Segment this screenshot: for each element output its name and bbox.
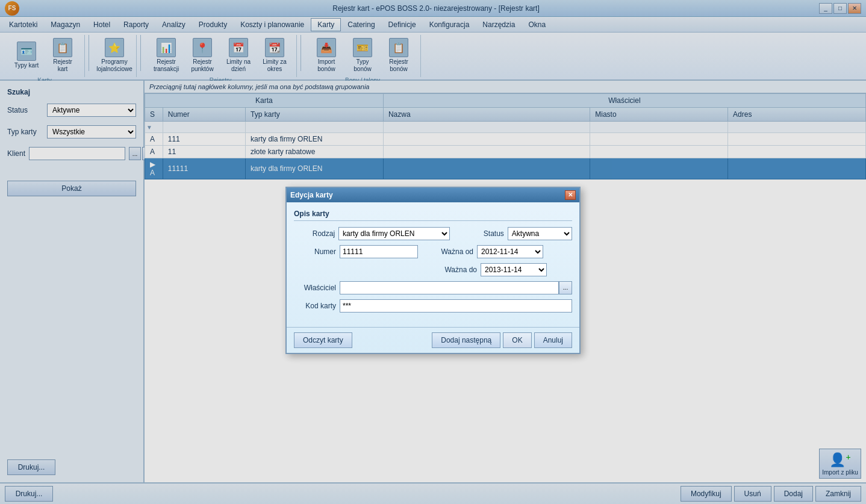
dialog-anuluj-button[interactable]: Anuluj xyxy=(534,332,572,348)
odczyt-karty-button[interactable]: Odczyt karty xyxy=(294,332,352,348)
dialog-wazna-od-select[interactable]: 2012-11-14 xyxy=(477,245,543,258)
dialog-right-buttons: Dodaj następną OK Anuluj xyxy=(432,332,572,348)
dialog-numer-input[interactable] xyxy=(340,245,418,258)
dialog-title: Edycja karty xyxy=(290,191,333,199)
dialog-rodzaj-row: Rodzaj karty dla firmy ORLEN Status Akty… xyxy=(294,227,572,240)
dialog-wlasciciel-input-group: ... xyxy=(340,281,572,294)
dialog-wazna-od-label: Ważna od xyxy=(431,247,473,256)
dialog-kod-karty-input[interactable] xyxy=(340,299,572,313)
dialog-wlasciciel-row: Właściciel ... xyxy=(294,281,572,294)
dialog-kod-karty-label: Kod karty xyxy=(294,302,336,310)
dialog-rodzaj-label: Rodzaj xyxy=(294,229,335,238)
dialog-close-btn[interactable]: ✕ xyxy=(565,190,576,200)
dialog-wazna-do-label: Ważna do xyxy=(435,266,477,274)
edycja-karty-dialog: Edycja karty ✕ Opis karty Rodzaj karty d… xyxy=(285,187,581,354)
dialog-numer-row: Numer Ważna od 2012-11-14 xyxy=(294,245,572,258)
dodaj-nastepna-button[interactable]: Dodaj następną xyxy=(432,332,500,348)
dialog-title-bar: Edycja karty ✕ xyxy=(287,188,579,202)
dialog-wazna-do-select[interactable]: 2013-11-14 xyxy=(481,263,547,276)
dialog-wlasciciel-input[interactable] xyxy=(340,281,559,294)
dialog-ok-button[interactable]: OK xyxy=(503,332,531,348)
dialog-rodzaj-select[interactable]: karty dla firmy ORLEN xyxy=(338,227,450,240)
dialog-wazna-do-row: Ważna do 2013-11-14 xyxy=(294,263,572,276)
dialog-numer-label: Numer xyxy=(294,247,336,256)
dialog-wlasciciel-browse-btn[interactable]: ... xyxy=(559,281,572,294)
dialog-body: Opis karty Rodzaj karty dla firmy ORLEN … xyxy=(287,202,579,325)
dialog-section-label: Opis karty xyxy=(294,210,572,221)
dialog-status-select[interactable]: Aktywna xyxy=(508,227,572,240)
dialog-overlay: Edycja karty ✕ Opis karty Rodzaj karty d… xyxy=(0,0,866,504)
dialog-footer: Odczyt karty Dodaj następną OK Anuluj xyxy=(287,327,579,353)
dialog-status-label: Status xyxy=(463,229,504,238)
dialog-wlasciciel-label: Właściciel xyxy=(294,284,336,292)
dialog-kod-karty-row: Kod karty xyxy=(294,299,572,313)
